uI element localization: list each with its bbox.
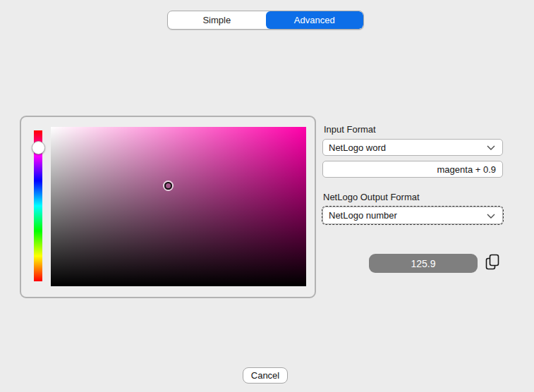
chevron-down-icon [485,142,497,153]
mode-toggle: Simple Advanced [167,11,364,30]
cancel-button[interactable]: Cancel [243,367,288,384]
output-value: 125.9 [411,258,435,269]
chevron-down-icon [485,210,497,221]
input-format-dropdown[interactable]: NetLogo word [322,139,503,156]
tab-simple[interactable]: Simple [168,11,266,29]
input-format-label: Input Format [324,124,376,135]
output-format-dropdown-value: NetLogo number [329,210,397,221]
tab-advanced[interactable]: Advanced [266,11,364,29]
color-input-field[interactable] [322,161,503,178]
hue-slider-handle[interactable] [32,141,45,154]
output-value-box: 125.9 [369,254,478,273]
color-selection-cursor[interactable] [164,182,172,190]
copy-button[interactable] [484,253,501,273]
saturation-value-area[interactable] [51,127,306,286]
input-format-dropdown-value: NetLogo word [329,142,386,153]
copy-icon [485,253,500,274]
output-format-label: NetLogo Output Format [323,192,420,202]
output-format-dropdown[interactable]: NetLogo number [322,207,503,224]
color-picker-dialog: Simple Advanced Input Format NetLogo wor… [0,0,534,392]
color-picker-panel [20,116,316,298]
